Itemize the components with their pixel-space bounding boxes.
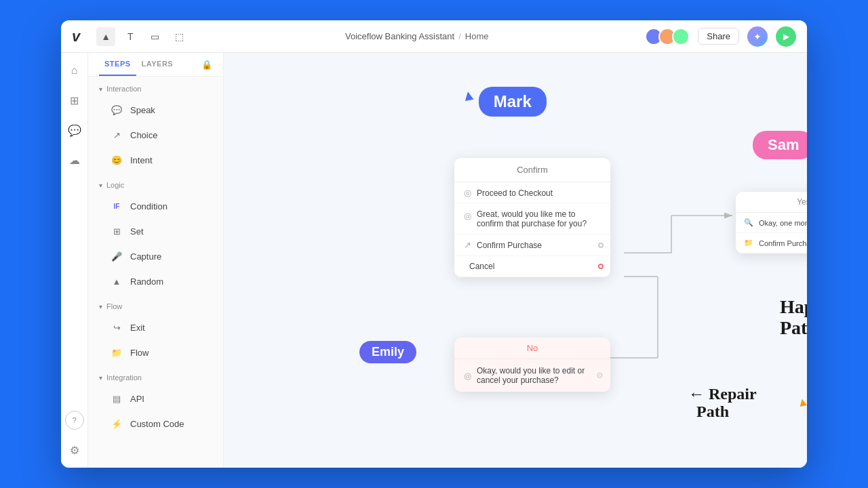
confirm-item-checkout[interactable]: ◎ Proceed to Checkout <box>454 182 610 204</box>
avatar-3 <box>672 28 690 45</box>
comment-tool[interactable]: ⬚ <box>170 27 189 46</box>
left-panel: STEPS LAYERS 🔒 ▾ Interaction 💬 Speak ↗ C… <box>88 53 224 468</box>
user-cursor-rob: ▲ Rob <box>797 395 807 419</box>
set-icon: ⊞ <box>110 224 123 238</box>
section-logic: ▾ Logic <box>88 173 223 193</box>
share-button[interactable]: Share <box>698 28 739 45</box>
section-interaction: ▾ Interaction <box>88 77 223 97</box>
api-icon: ▤ <box>110 392 123 405</box>
step-api[interactable]: ▤ API <box>94 386 218 411</box>
title-bar: v ▲ T ▭ ⬚ Voiceflow Banking Assistant / … <box>61 20 807 53</box>
happy-path-label: HappyPath <box>780 297 807 339</box>
edit-settings[interactable]: ⚙ <box>596 371 604 380</box>
text-tool[interactable]: T <box>121 27 140 46</box>
flow-icon: 📁 <box>110 346 123 359</box>
intent-icon: 😊 <box>110 153 123 167</box>
step-choice[interactable]: ↗ Choice <box>94 123 218 147</box>
step-custom-code[interactable]: ⚡ Custom Code <box>94 411 218 436</box>
custom-code-icon: ⚡ <box>110 417 123 430</box>
step-capture[interactable]: 🎤 Capture <box>94 244 218 268</box>
section-flow: ▾ Flow <box>88 294 223 314</box>
home-nav[interactable]: ⌂ <box>65 61 84 80</box>
confirm-item-cancel[interactable]: Cancel <box>454 256 610 277</box>
cloud-nav[interactable]: ☁ <box>65 150 84 169</box>
yes-item-moment[interactable]: 🔍 Okay, one moment please. ⚙ <box>736 213 807 233</box>
settings-nav[interactable]: ⚙ <box>65 441 84 460</box>
step-condition[interactable]: IF Condition <box>94 194 218 218</box>
mark-cursor-label: Mark <box>479 87 547 117</box>
yes-item-confirm-purchase[interactable]: 📁 Confirm Purchase ⚙ <box>736 233 807 253</box>
ai-assistant-icon[interactable]: ✦ <box>747 26 768 47</box>
no-card-header: No <box>454 338 610 359</box>
cancel-dot <box>598 264 604 269</box>
grid-nav[interactable]: ⊞ <box>65 91 84 110</box>
chat-nav[interactable]: 💬 <box>65 121 84 140</box>
no-item-edit[interactable]: ◎ Okay, would you like to edit or cancel… <box>454 359 610 392</box>
project-name: Voiceflow Banking Assistant / Home <box>197 31 637 41</box>
step-intent[interactable]: 😊 Intent <box>94 148 218 172</box>
panel-tabs: STEPS LAYERS 🔒 <box>88 53 223 77</box>
user-cursor-sam: ▲ Sam <box>753 131 807 159</box>
checkout-icon: ◎ <box>464 188 471 198</box>
step-random[interactable]: ▲ Random <box>94 269 218 293</box>
step-exit[interactable]: ↪ Exit <box>94 315 218 340</box>
emily-cursor-label: Emily <box>359 341 416 363</box>
app-logo: v <box>72 28 80 45</box>
moment-icon: 🔍 <box>744 218 753 227</box>
image-tool[interactable]: ▭ <box>145 27 164 46</box>
repair-path-label: ← Repair Path <box>688 385 757 421</box>
no-card[interactable]: No ◎ Okay, would you like to edit or can… <box>454 338 610 392</box>
confirm-item-question[interactable]: ◎ Great, would you like me to confirm th… <box>454 204 610 235</box>
section-integration: ▾ Integration <box>88 365 223 386</box>
confirm-card[interactable]: Confirm ◎ Proceed to Checkout ◎ Great, w… <box>454 158 610 277</box>
confirm-card-header: Confirm <box>454 158 610 182</box>
speak-icon: 💬 <box>110 103 123 117</box>
purchase-icon: ↗ <box>464 240 471 250</box>
help-nav[interactable]: ? <box>65 411 84 430</box>
exit-icon: ↪ <box>110 321 123 334</box>
main-content: ⌂ ⊞ 💬 ☁ ? ⚙ STEPS LAYERS 🔒 ▾ Interaction… <box>61 53 807 468</box>
confirm-item-purchase[interactable]: ↗ Confirm Purchase <box>454 235 610 256</box>
app-window: v ▲ T ▭ ⬚ Voiceflow Banking Assistant / … <box>61 20 807 468</box>
mark-cursor-arrow: ▲ <box>460 85 477 105</box>
lock-icon: 🔒 <box>201 53 212 76</box>
confirm-purchase-icon: 📁 <box>744 239 753 247</box>
question-icon: ◎ <box>464 211 471 221</box>
random-icon: ▲ <box>110 274 123 288</box>
choice-icon: ↗ <box>110 128 123 142</box>
user-cursor-mark: ▲ Mark <box>461 87 547 117</box>
capture-icon: 🎤 <box>110 249 123 263</box>
edit-icon: ◎ <box>464 371 471 381</box>
step-speak[interactable]: 💬 Speak <box>94 98 218 122</box>
sam-cursor-label: Sam <box>753 131 807 159</box>
purchase-dot <box>598 243 604 248</box>
yes-card-header: Yes <box>736 192 807 213</box>
cursor-tool[interactable]: ▲ <box>96 27 115 46</box>
condition-icon: IF <box>110 199 123 213</box>
tab-layers[interactable]: LAYERS <box>136 53 179 76</box>
rob-cursor-arrow: ▲ <box>795 394 807 411</box>
yes-card[interactable]: Yes 🔍 Okay, one moment please. ⚙ 📁 Confi… <box>736 192 807 253</box>
icon-bar: ⌂ ⊞ 💬 ☁ ? ⚙ <box>61 53 88 468</box>
step-set[interactable]: ⊞ Set <box>94 219 218 243</box>
tab-steps[interactable]: STEPS <box>99 53 136 76</box>
collaborator-avatars <box>645 28 690 45</box>
home-breadcrumb[interactable]: Home <box>465 31 489 41</box>
play-button[interactable]: ▶ <box>776 26 796 47</box>
step-flow[interactable]: 📁 Flow <box>94 340 218 365</box>
toolbar: ▲ T ▭ ⬚ <box>96 27 189 46</box>
header-right: Share ✦ ▶ <box>645 26 796 47</box>
user-cursor-emily: ▲ Emily <box>359 344 373 360</box>
canvas[interactable]: ▲ Mark ▲ Sam Confirm ◎ Proceed to Checko… <box>224 53 807 468</box>
